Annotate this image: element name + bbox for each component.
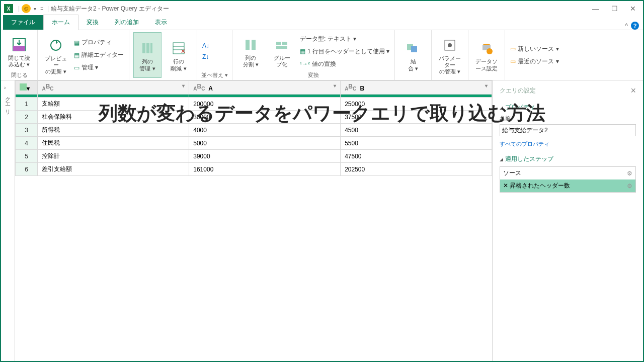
cell[interactable]: 支給額 [38,98,189,111]
combine-button[interactable]: 結 合 ▾ [399,32,427,78]
ribbon: 閉じて読 み込む ▾ 閉じる プレビュー の更新 ▾ ▦プロパティ ▤詳細エディ… [1,30,643,80]
svg-rect-16 [411,46,417,52]
manage-button[interactable]: ▭管理 ▾ [73,62,125,73]
cell[interactable]: 4000 [189,124,341,137]
settings-title: クエリの設定 [500,86,536,95]
group-by-button[interactable]: グルー プ化 [268,32,296,70]
close-button[interactable]: ✕ [630,5,636,13]
applied-steps-header[interactable]: 適用したステップ [500,155,636,163]
applied-steps-list: ソース⚙✕ 昇格されたヘッダー数⚙ [500,166,636,193]
reduce-rows-button[interactable]: ✕ 行の 削減 ▾ [165,32,193,78]
parameters-button[interactable]: パラメーター の管理 ▾ [436,32,464,78]
qat-dropdown-icon[interactable]: ▾ [34,6,36,12]
cell[interactable]: 250000 [341,98,492,111]
applied-step[interactable]: ソース⚙ [500,167,635,179]
column-header-2[interactable]: ABC A▾ [189,81,341,95]
cell[interactable]: 5000 [189,137,341,150]
ribbon-tabs: ファイル ホーム 変換 列の追加 表示 ^ ? [1,16,643,30]
row-number[interactable]: 6 [16,163,38,176]
first-row-header-button[interactable]: ▦1 行目をヘッダーとして使用 ▾ [299,46,390,57]
table-row[interactable]: 1支給額200000250000 [16,98,492,111]
svg-rect-5 [150,43,152,53]
refresh-preview-button[interactable]: プレビュー の更新 ▾ [42,32,70,78]
svg-rect-12 [276,42,281,45]
cell[interactable]: 200000 [189,98,341,111]
table-row[interactable]: 5控除計3900047500 [16,150,492,163]
row-number[interactable]: 1 [16,98,38,111]
sort-desc-button[interactable]: Z↓ [201,52,210,61]
tab-home[interactable]: ホーム [43,15,78,30]
close-settings-icon[interactable]: × [630,85,636,96]
title-bar: X | ☺ ▾ = | 給与支給データ2 - Power Query エディター… [1,1,643,16]
datatype-button[interactable]: データ型: テキスト ▾ [299,34,390,44]
row-number[interactable]: 5 [16,150,38,163]
tab-addcolumn[interactable]: 列の追加 [107,15,147,30]
cell[interactable]: 住民税 [38,137,189,150]
svg-rect-1 [13,46,25,51]
query-settings-pane: クエリの設定× プロパティ 名前 すべてのプロパティ 適用したステップ ソース⚙… [492,80,643,361]
cell[interactable]: 差引支給額 [38,163,189,176]
svg-point-21 [487,48,493,54]
svg-rect-11 [252,40,256,50]
svg-rect-4 [146,43,149,53]
grid-corner[interactable]: ▾ [16,81,38,95]
tab-view[interactable]: 表示 [147,15,175,30]
sort-asc-button[interactable]: A↓ [201,41,210,50]
query-name-input[interactable] [500,124,636,136]
tab-transform[interactable]: 変換 [78,15,107,30]
svg-rect-3 [142,43,145,53]
cell[interactable]: 39000 [189,150,341,163]
row-number[interactable]: 4 [16,137,38,150]
cell[interactable]: 47500 [341,150,492,163]
svg-point-18 [448,43,452,47]
split-column-button[interactable]: 列の 分割 ▾ [236,32,265,70]
column-header-1[interactable]: ABC▾ [38,81,189,95]
new-source-button[interactable]: ▭新しいソース ▾ [509,44,559,54]
properties-button[interactable]: ▦プロパティ [73,37,125,48]
maximize-button[interactable]: ☐ [611,5,618,13]
cell[interactable]: 所得税 [38,124,189,137]
step-gear-icon[interactable]: ⚙ [627,170,632,177]
ribbon-collapse-icon[interactable]: ^ [625,22,628,29]
excel-icon: X [4,4,13,13]
cell[interactable]: 控除計 [38,150,189,163]
queries-pane-collapsed[interactable]: › クエリ [1,80,15,361]
properties-section-header[interactable]: プロパティ [500,103,636,112]
cell[interactable]: 社会保険料 [38,111,189,124]
replace-values-button[interactable]: ¹→²値の置換 [299,59,390,69]
svg-rect-14 [276,46,287,49]
svg-rect-13 [282,42,287,45]
expand-queries-icon[interactable]: › [4,84,12,90]
name-label: 名前 [500,115,511,121]
advanced-editor-button[interactable]: ▤詳細エディター [73,50,125,60]
close-load-button[interactable]: 閉じて読 み込む ▾ [5,32,33,70]
column-header-3[interactable]: ABC B▾ [341,81,492,95]
cell[interactable]: 37500 [341,111,492,124]
step-gear-icon[interactable]: ⚙ [627,183,632,190]
cell[interactable]: 5500 [341,137,492,150]
cell[interactable]: 30000 [189,111,341,124]
svg-rect-10 [246,40,250,50]
table-row[interactable]: 6差引支給額161000202500 [16,163,492,176]
minimize-button[interactable]: — [592,5,599,13]
cell[interactable]: 4500 [341,124,492,137]
table-row[interactable]: 3所得税40004500 [16,124,492,137]
row-number[interactable]: 3 [16,124,38,137]
data-grid[interactable]: ▾ ABC▾ ABC A▾ ABC B▾ 1支給額2000002500002社会… [15,80,492,176]
row-number[interactable]: 2 [16,111,38,124]
cell[interactable]: 161000 [189,163,341,176]
recent-source-button[interactable]: ▭最近のソース ▾ [509,56,559,67]
help-icon[interactable]: ? [631,22,639,30]
cell[interactable]: 202500 [341,163,492,176]
svg-text:✕: ✕ [181,48,186,55]
table-row[interactable]: 2社会保険料3000037500 [16,111,492,124]
all-properties-link[interactable]: すべてのプロパティ [500,140,549,148]
tab-file[interactable]: ファイル [3,15,43,30]
smiley-icon[interactable]: ☺ [22,4,31,13]
table-row[interactable]: 4住民税50005500 [16,137,492,150]
datasource-settings-button[interactable]: データソ ース設定 [472,32,501,78]
window-title: 給与支給データ2 - Power Query エディター [51,5,169,13]
applied-step[interactable]: ✕ 昇格されたヘッダー数⚙ [500,179,635,192]
manage-columns-button[interactable]: 列の 管理 ▾ [133,32,162,78]
